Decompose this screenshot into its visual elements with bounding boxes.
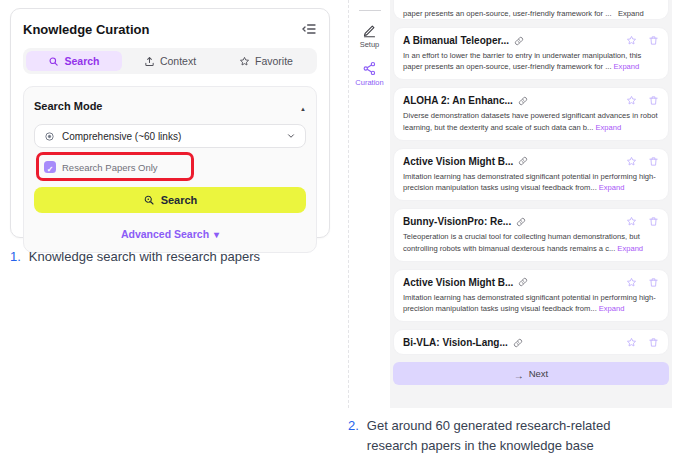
paper-list: paper presents an open-source, user-frie… bbox=[390, 0, 672, 408]
mini-sidebar: Setup Curation bbox=[348, 0, 390, 408]
search-mode-section: Search Mode Comprehensive (~60 links) Re… bbox=[23, 86, 317, 253]
sidebar-divider bbox=[359, 10, 381, 11]
paper-card-partial: paper presents an open-source, user-frie… bbox=[393, 0, 669, 20]
paper-card-header: Active Vision Might B... bbox=[403, 277, 659, 288]
paper-card-header: Bunny-VisionPro: Re... bbox=[403, 216, 659, 227]
star-icon bbox=[239, 56, 250, 67]
collapse-panel-icon[interactable] bbox=[301, 21, 317, 37]
knowledge-curation-panel: Knowledge Curation Search Context Favori… bbox=[10, 8, 330, 238]
chevron-down-icon bbox=[286, 131, 296, 141]
trash-icon[interactable] bbox=[648, 277, 659, 288]
paper-title: Active Vision Might B... bbox=[403, 277, 513, 288]
paper-description: In an effort to lower the barrier to ent… bbox=[403, 51, 641, 71]
screenshot-stage: Knowledge Curation Search Context Favori… bbox=[0, 0, 688, 466]
share-icon bbox=[362, 61, 377, 76]
next-button-label: Next bbox=[529, 368, 549, 379]
search-mode-header[interactable]: Search Mode bbox=[34, 97, 306, 115]
paper-description-row: Diverse demonstration datasets have powe… bbox=[403, 110, 659, 132]
tab-favorite-label: Favorite bbox=[255, 55, 293, 67]
expand-link[interactable]: Expand bbox=[599, 304, 625, 313]
expand-link[interactable]: Expand bbox=[599, 183, 625, 192]
star-icon[interactable] bbox=[626, 156, 637, 167]
link-icon[interactable] bbox=[518, 277, 528, 287]
panel-title: Knowledge Curation bbox=[23, 22, 149, 37]
panel-header: Knowledge Curation bbox=[23, 21, 317, 37]
caption-1: 1. Knowledge search with research papers bbox=[10, 247, 330, 267]
link-icon[interactable] bbox=[514, 36, 524, 46]
link-icon[interactable] bbox=[518, 96, 528, 106]
paper-card: A Bimanual Teleoper... In an effort to l… bbox=[393, 27, 669, 80]
expand-link[interactable]: Expand bbox=[617, 244, 643, 253]
caption-2: 2. Get around 60 generated research-rela… bbox=[348, 416, 660, 455]
trash-icon[interactable] bbox=[648, 95, 659, 106]
paper-card: ALOHA 2: An Enhanc... Diverse demonstrat… bbox=[393, 87, 669, 140]
search-icon bbox=[48, 56, 59, 67]
star-icon[interactable] bbox=[626, 337, 637, 348]
search-mode-title: Search Mode bbox=[34, 100, 102, 112]
arrow-right-icon bbox=[514, 365, 524, 383]
paper-title: Bunny-VisionPro: Re... bbox=[403, 216, 511, 227]
search-button[interactable]: Search bbox=[34, 187, 306, 213]
link-icon[interactable] bbox=[513, 338, 523, 348]
upload-icon bbox=[144, 56, 155, 67]
caret-up-icon[interactable] bbox=[300, 97, 306, 115]
paper-description-row: Imitation learning has demonstrated sign… bbox=[403, 292, 659, 314]
trash-icon[interactable] bbox=[648, 337, 659, 348]
paper-description-row: In an effort to lower the barrier to ent… bbox=[403, 50, 659, 72]
paper-card: Active Vision Might B... Imitation learn… bbox=[393, 269, 669, 322]
paper-title: A Bimanual Teleoper... bbox=[403, 35, 509, 46]
check-icon bbox=[47, 158, 54, 176]
expand-link[interactable]: Expand bbox=[614, 62, 640, 71]
next-button[interactable]: Next bbox=[393, 362, 669, 385]
paper-card-header: ALOHA 2: An Enhanc... bbox=[403, 95, 659, 106]
tab-context-label: Context bbox=[160, 55, 196, 67]
figure-curation-results: Setup Curation paper presents an open-so… bbox=[348, 0, 672, 408]
paper-card: Bunny-VisionPro: Re... Teleoperation is … bbox=[393, 208, 669, 261]
select-value: Comprehensive (~60 links) bbox=[62, 131, 279, 142]
trash-icon[interactable] bbox=[648, 35, 659, 46]
search-mode-select[interactable]: Comprehensive (~60 links) bbox=[34, 124, 306, 148]
paper-card-header: Active Vision Might B... bbox=[403, 156, 659, 167]
target-icon bbox=[44, 131, 55, 142]
paper-title: Active Vision Might B... bbox=[403, 156, 513, 167]
tab-bar: Search Context Favorite bbox=[23, 48, 317, 74]
link-icon[interactable] bbox=[516, 217, 526, 227]
paper-description-row: Imitation learning has demonstrated sign… bbox=[403, 171, 659, 193]
star-icon[interactable] bbox=[626, 216, 637, 227]
sidebar-setup-label: Setup bbox=[360, 40, 380, 49]
search-button-label: Search bbox=[161, 194, 198, 206]
paper-title: Bi-VLA: Vision-Lang... bbox=[403, 337, 508, 348]
tab-context[interactable]: Context bbox=[122, 51, 218, 71]
trash-icon[interactable] bbox=[648, 156, 659, 167]
research-papers-checkbox[interactable] bbox=[44, 161, 56, 173]
sidebar-curation-label: Curation bbox=[355, 78, 383, 87]
trash-icon[interactable] bbox=[648, 216, 659, 227]
search-icon bbox=[143, 194, 155, 206]
caption-1-number: 1. bbox=[10, 247, 21, 267]
link-icon[interactable] bbox=[518, 156, 528, 166]
checkbox-label: Research Papers Only bbox=[62, 162, 158, 173]
research-papers-checkbox-row: Research Papers Only bbox=[34, 158, 306, 176]
paper-description: Teleoperation is a crucial tool for coll… bbox=[403, 232, 640, 252]
paper-card-header: Bi-VLA: Vision-Lang... bbox=[403, 337, 659, 348]
expand-link[interactable]: Expand bbox=[595, 123, 621, 132]
paper-card: Active Vision Might B... Imitation learn… bbox=[393, 148, 669, 201]
figure-knowledge-curation: Knowledge Curation Search Context Favori… bbox=[10, 8, 330, 238]
advanced-search-label: Advanced Search bbox=[121, 228, 209, 240]
sidebar-item-curation[interactable]: Curation bbox=[355, 61, 383, 87]
tab-favorite[interactable]: Favorite bbox=[218, 51, 314, 71]
pencil-icon bbox=[362, 23, 377, 38]
expand-link[interactable]: Expand bbox=[618, 9, 644, 18]
paper-title: ALOHA 2: An Enhanc... bbox=[403, 95, 513, 106]
caption-2-text: Get around 60 generated research-related… bbox=[367, 416, 660, 455]
advanced-search-link[interactable]: Advanced Search bbox=[34, 228, 306, 240]
star-icon[interactable] bbox=[626, 35, 637, 46]
star-icon[interactable] bbox=[626, 277, 637, 288]
tab-search[interactable]: Search bbox=[26, 51, 122, 71]
paper-card: Bi-VLA: Vision-Lang... bbox=[393, 329, 669, 355]
tab-search-label: Search bbox=[64, 55, 99, 67]
paper-description-row: Teleoperation is a crucial tool for coll… bbox=[403, 231, 659, 253]
chevron-down-icon bbox=[214, 228, 219, 240]
star-icon[interactable] bbox=[626, 95, 637, 106]
sidebar-item-setup[interactable]: Setup bbox=[360, 23, 380, 49]
